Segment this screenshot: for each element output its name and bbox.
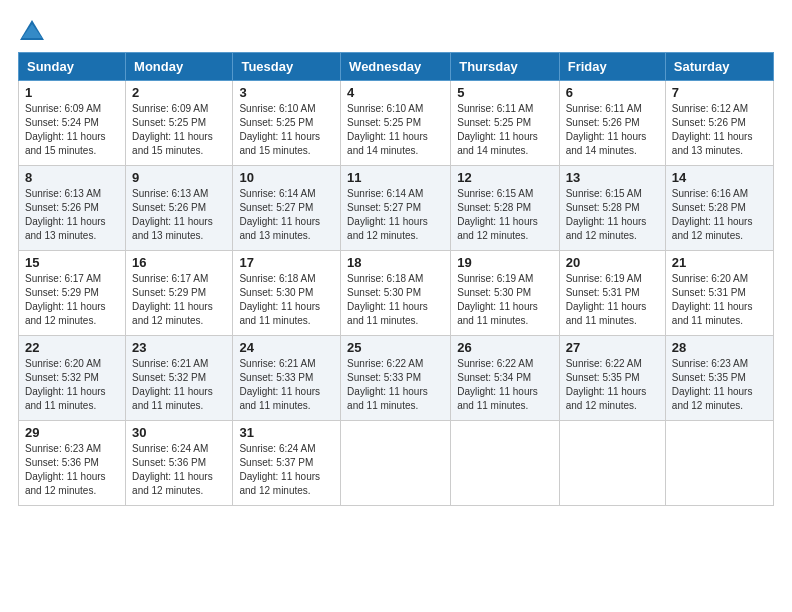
logo-icon: [18, 18, 46, 46]
header-thursday: Thursday: [451, 53, 559, 81]
day-info: Sunrise: 6:11 AMSunset: 5:25 PMDaylight:…: [457, 103, 538, 156]
day-cell: 5 Sunrise: 6:11 AMSunset: 5:25 PMDayligh…: [451, 81, 559, 166]
day-cell: 7 Sunrise: 6:12 AMSunset: 5:26 PMDayligh…: [665, 81, 773, 166]
day-info: Sunrise: 6:19 AMSunset: 5:30 PMDaylight:…: [457, 273, 538, 326]
day-cell: 30 Sunrise: 6:24 AMSunset: 5:36 PMDaylig…: [126, 421, 233, 506]
svg-marker-1: [22, 24, 42, 38]
page: SundayMondayTuesdayWednesdayThursdayFrid…: [0, 0, 792, 612]
header-monday: Monday: [126, 53, 233, 81]
day-info: Sunrise: 6:18 AMSunset: 5:30 PMDaylight:…: [347, 273, 428, 326]
day-cell: 2 Sunrise: 6:09 AMSunset: 5:25 PMDayligh…: [126, 81, 233, 166]
day-number: 29: [25, 425, 119, 440]
day-info: Sunrise: 6:22 AMSunset: 5:34 PMDaylight:…: [457, 358, 538, 411]
day-cell: [451, 421, 559, 506]
day-number: 14: [672, 170, 767, 185]
day-info: Sunrise: 6:09 AMSunset: 5:24 PMDaylight:…: [25, 103, 106, 156]
day-cell: 24 Sunrise: 6:21 AMSunset: 5:33 PMDaylig…: [233, 336, 341, 421]
day-cell: 31 Sunrise: 6:24 AMSunset: 5:37 PMDaylig…: [233, 421, 341, 506]
day-cell: 15 Sunrise: 6:17 AMSunset: 5:29 PMDaylig…: [19, 251, 126, 336]
week-row-1: 1 Sunrise: 6:09 AMSunset: 5:24 PMDayligh…: [19, 81, 774, 166]
day-cell: 14 Sunrise: 6:16 AMSunset: 5:28 PMDaylig…: [665, 166, 773, 251]
day-number: 5: [457, 85, 552, 100]
day-number: 9: [132, 170, 226, 185]
day-cell: 29 Sunrise: 6:23 AMSunset: 5:36 PMDaylig…: [19, 421, 126, 506]
day-info: Sunrise: 6:23 AMSunset: 5:36 PMDaylight:…: [25, 443, 106, 496]
header-friday: Friday: [559, 53, 665, 81]
day-number: 28: [672, 340, 767, 355]
day-cell: 11 Sunrise: 6:14 AMSunset: 5:27 PMDaylig…: [341, 166, 451, 251]
week-row-4: 22 Sunrise: 6:20 AMSunset: 5:32 PMDaylig…: [19, 336, 774, 421]
day-number: 24: [239, 340, 334, 355]
day-info: Sunrise: 6:15 AMSunset: 5:28 PMDaylight:…: [566, 188, 647, 241]
day-number: 18: [347, 255, 444, 270]
day-cell: [559, 421, 665, 506]
day-cell: 26 Sunrise: 6:22 AMSunset: 5:34 PMDaylig…: [451, 336, 559, 421]
header-tuesday: Tuesday: [233, 53, 341, 81]
week-row-5: 29 Sunrise: 6:23 AMSunset: 5:36 PMDaylig…: [19, 421, 774, 506]
day-number: 27: [566, 340, 659, 355]
day-number: 15: [25, 255, 119, 270]
days-header-row: SundayMondayTuesdayWednesdayThursdayFrid…: [19, 53, 774, 81]
day-number: 11: [347, 170, 444, 185]
header-wednesday: Wednesday: [341, 53, 451, 81]
day-cell: 23 Sunrise: 6:21 AMSunset: 5:32 PMDaylig…: [126, 336, 233, 421]
week-row-3: 15 Sunrise: 6:17 AMSunset: 5:29 PMDaylig…: [19, 251, 774, 336]
day-cell: [665, 421, 773, 506]
calendar-table: SundayMondayTuesdayWednesdayThursdayFrid…: [18, 52, 774, 506]
day-info: Sunrise: 6:14 AMSunset: 5:27 PMDaylight:…: [239, 188, 320, 241]
header-saturday: Saturday: [665, 53, 773, 81]
day-info: Sunrise: 6:12 AMSunset: 5:26 PMDaylight:…: [672, 103, 753, 156]
day-number: 25: [347, 340, 444, 355]
day-number: 8: [25, 170, 119, 185]
day-number: 4: [347, 85, 444, 100]
day-info: Sunrise: 6:19 AMSunset: 5:31 PMDaylight:…: [566, 273, 647, 326]
day-number: 30: [132, 425, 226, 440]
day-info: Sunrise: 6:16 AMSunset: 5:28 PMDaylight:…: [672, 188, 753, 241]
day-number: 12: [457, 170, 552, 185]
day-info: Sunrise: 6:13 AMSunset: 5:26 PMDaylight:…: [132, 188, 213, 241]
day-info: Sunrise: 6:17 AMSunset: 5:29 PMDaylight:…: [25, 273, 106, 326]
day-cell: 25 Sunrise: 6:22 AMSunset: 5:33 PMDaylig…: [341, 336, 451, 421]
day-info: Sunrise: 6:22 AMSunset: 5:33 PMDaylight:…: [347, 358, 428, 411]
day-cell: 17 Sunrise: 6:18 AMSunset: 5:30 PMDaylig…: [233, 251, 341, 336]
day-info: Sunrise: 6:13 AMSunset: 5:26 PMDaylight:…: [25, 188, 106, 241]
day-number: 13: [566, 170, 659, 185]
day-cell: 28 Sunrise: 6:23 AMSunset: 5:35 PMDaylig…: [665, 336, 773, 421]
day-number: 7: [672, 85, 767, 100]
day-info: Sunrise: 6:09 AMSunset: 5:25 PMDaylight:…: [132, 103, 213, 156]
day-cell: 9 Sunrise: 6:13 AMSunset: 5:26 PMDayligh…: [126, 166, 233, 251]
day-cell: 18 Sunrise: 6:18 AMSunset: 5:30 PMDaylig…: [341, 251, 451, 336]
day-info: Sunrise: 6:11 AMSunset: 5:26 PMDaylight:…: [566, 103, 647, 156]
day-info: Sunrise: 6:14 AMSunset: 5:27 PMDaylight:…: [347, 188, 428, 241]
day-cell: 22 Sunrise: 6:20 AMSunset: 5:32 PMDaylig…: [19, 336, 126, 421]
day-info: Sunrise: 6:23 AMSunset: 5:35 PMDaylight:…: [672, 358, 753, 411]
day-number: 23: [132, 340, 226, 355]
header-sunday: Sunday: [19, 53, 126, 81]
day-cell: 16 Sunrise: 6:17 AMSunset: 5:29 PMDaylig…: [126, 251, 233, 336]
day-cell: 8 Sunrise: 6:13 AMSunset: 5:26 PMDayligh…: [19, 166, 126, 251]
day-info: Sunrise: 6:10 AMSunset: 5:25 PMDaylight:…: [347, 103, 428, 156]
day-cell: [341, 421, 451, 506]
day-number: 20: [566, 255, 659, 270]
logo: [18, 18, 50, 46]
day-info: Sunrise: 6:10 AMSunset: 5:25 PMDaylight:…: [239, 103, 320, 156]
day-number: 26: [457, 340, 552, 355]
day-cell: 12 Sunrise: 6:15 AMSunset: 5:28 PMDaylig…: [451, 166, 559, 251]
day-cell: 1 Sunrise: 6:09 AMSunset: 5:24 PMDayligh…: [19, 81, 126, 166]
day-cell: 27 Sunrise: 6:22 AMSunset: 5:35 PMDaylig…: [559, 336, 665, 421]
day-info: Sunrise: 6:22 AMSunset: 5:35 PMDaylight:…: [566, 358, 647, 411]
day-cell: 20 Sunrise: 6:19 AMSunset: 5:31 PMDaylig…: [559, 251, 665, 336]
day-number: 3: [239, 85, 334, 100]
day-number: 1: [25, 85, 119, 100]
day-info: Sunrise: 6:17 AMSunset: 5:29 PMDaylight:…: [132, 273, 213, 326]
day-number: 10: [239, 170, 334, 185]
day-number: 16: [132, 255, 226, 270]
day-number: 17: [239, 255, 334, 270]
day-cell: 4 Sunrise: 6:10 AMSunset: 5:25 PMDayligh…: [341, 81, 451, 166]
day-info: Sunrise: 6:24 AMSunset: 5:37 PMDaylight:…: [239, 443, 320, 496]
day-number: 6: [566, 85, 659, 100]
day-cell: 10 Sunrise: 6:14 AMSunset: 5:27 PMDaylig…: [233, 166, 341, 251]
day-info: Sunrise: 6:20 AMSunset: 5:31 PMDaylight:…: [672, 273, 753, 326]
day-info: Sunrise: 6:20 AMSunset: 5:32 PMDaylight:…: [25, 358, 106, 411]
day-cell: 6 Sunrise: 6:11 AMSunset: 5:26 PMDayligh…: [559, 81, 665, 166]
